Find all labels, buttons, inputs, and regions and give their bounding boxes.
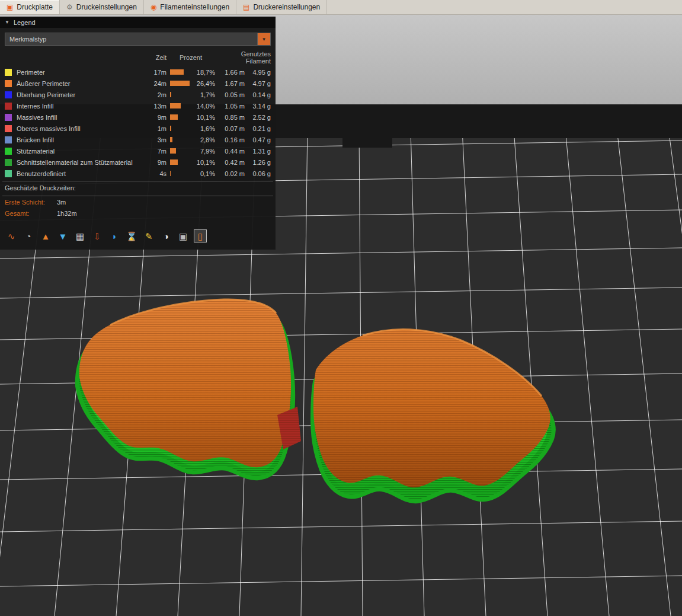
legend-header[interactable]: ▼ Legend	[0, 17, 276, 28]
feature-weight: 1.31 g	[245, 148, 271, 155]
shells-icon[interactable]: ▣	[177, 229, 190, 242]
feature-length: 1.67 m	[215, 80, 245, 87]
feature-type-dropdown[interactable]: Merkmalstyp ▼	[5, 33, 271, 46]
tool-changes-icon[interactable]: ⇩	[91, 229, 104, 242]
printer-settings-icon: ▤	[243, 4, 249, 11]
feature-percent: 10,1%	[191, 159, 215, 166]
feature-label: Perimeter	[17, 69, 149, 76]
feature-percent: 18,7%	[191, 69, 215, 76]
feature-color-swatch	[5, 159, 12, 166]
tab-filamenteinstellungen[interactable]: ◉ Filamenteinstellungen	[144, 0, 236, 14]
wipe-moves-icon[interactable]: ◔	[22, 229, 35, 242]
feature-label: Internes Infill	[17, 103, 149, 110]
feature-percent: 2,8%	[191, 136, 215, 143]
percent-bar	[170, 126, 191, 131]
feature-color-swatch	[5, 91, 12, 98]
feature-length: 0.02 m	[215, 170, 245, 177]
seams-icon[interactable]: ▦	[73, 229, 87, 242]
feature-length: 0.07 m	[215, 125, 245, 132]
color-changes-icon[interactable]: ◗	[108, 229, 121, 242]
legend-row: Stützmaterial7m7,9%0.44 m1.31 g	[0, 145, 276, 157]
legend-toggle-icon[interactable]: ▯	[194, 229, 207, 242]
feature-time: 2m	[149, 91, 167, 98]
feature-label: Überhang Perimeter	[17, 91, 149, 98]
percent-bar	[170, 171, 191, 176]
plater-icon: ▣	[7, 4, 13, 11]
percent-bar	[170, 137, 191, 142]
tab-druckeinstellungen[interactable]: ⚙ Druckeinstellungen	[60, 0, 144, 14]
feature-time: 13m	[149, 103, 167, 110]
feature-time: 4s	[149, 170, 167, 177]
percent-bar	[170, 81, 191, 86]
tab-label: Filamenteinstellungen	[160, 3, 229, 11]
feature-label: Äußerer Perimeter	[17, 80, 149, 87]
col-percent: Prozent	[167, 54, 215, 61]
legend-row: Überhang Perimeter2m1,7%0.05 m0.14 g	[0, 89, 276, 100]
feature-color-swatch	[5, 148, 12, 155]
feature-percent: 1,6%	[191, 125, 215, 132]
tab-label: Druckeinstellungen	[76, 3, 137, 11]
tab-bar: ▣ Druckplatte ⚙ Druckeinstellungen ◉ Fil…	[0, 0, 682, 15]
legend-row: Perimeter17m18,7%1.66 m4.95 g	[0, 66, 276, 78]
tab-druckereinstellungen[interactable]: ▤ Druckereinstellungen	[236, 0, 327, 14]
tab-label: Druckplatte	[17, 3, 53, 11]
tab-druckplatte[interactable]: ▣ Druckplatte	[0, 0, 60, 14]
feature-time: 9m	[149, 159, 167, 166]
percent-bar	[170, 159, 191, 165]
feature-time: 7m	[149, 148, 167, 155]
feature-length: 0.44 m	[215, 148, 245, 155]
legend-row: Internes Infill13m14,0%1.05 m3.14 g	[0, 100, 276, 111]
percent-bar	[170, 92, 191, 97]
col-filament: Genutztes Filament	[215, 50, 271, 65]
feature-label: Massives Infill	[17, 114, 149, 121]
feature-weight: 4.95 g	[245, 69, 271, 76]
first-layer-label: Erste Schicht:	[5, 199, 57, 206]
feature-time: 1m	[149, 125, 167, 132]
feature-label: Benutzerdefiniert	[17, 170, 149, 177]
bed-notch	[342, 138, 392, 148]
legend-title: Legend	[14, 19, 36, 26]
legend-row: Massives Infill9m10,1%0.85 m2.52 g	[0, 111, 276, 123]
feature-percent: 7,9%	[191, 148, 215, 155]
feature-weight: 0.47 g	[245, 136, 271, 143]
feature-percent: 26,4%	[191, 80, 215, 87]
custom-gcode-icon[interactable]: ✎	[142, 229, 155, 242]
print-settings-icon: ⚙	[66, 4, 73, 11]
legend-row: Oberes massives Infill1m1,6%0.07 m0.21 g	[0, 123, 276, 134]
legend-rows: Perimeter17m18,7%1.66 m4.95 gÄußerer Per…	[0, 66, 276, 179]
pause-prints-icon[interactable]: ⌛	[125, 229, 138, 242]
feature-percent: 10,1%	[191, 114, 215, 121]
feature-label: Oberes massives Infill	[17, 125, 149, 132]
percent-bar	[170, 114, 191, 120]
percent-bar	[170, 103, 191, 108]
feature-length: 0.16 m	[215, 136, 245, 143]
estimated-times-title: Geschätzte Druckzeiten:	[0, 181, 276, 194]
feature-color-swatch	[5, 114, 12, 121]
feature-length: 1.66 m	[215, 69, 245, 76]
dropdown-arrow-button[interactable]: ▼	[258, 33, 271, 46]
feature-length: 1.05 m	[215, 103, 245, 110]
percent-bar	[170, 69, 191, 75]
feature-weight: 3.14 g	[245, 103, 271, 110]
total-time-value: 1h32m	[57, 210, 77, 217]
retractions-icon[interactable]: ▲	[39, 229, 52, 242]
travel-moves-icon[interactable]: ∿	[5, 229, 18, 242]
legend-row: Schnittstellenmaterial zum Stützmaterial…	[0, 157, 276, 168]
percent-bar	[170, 148, 191, 154]
legend-row: Äußerer Perimeter24m26,4%1.67 m4.97 g	[0, 78, 276, 89]
feature-color-swatch	[5, 103, 12, 110]
feature-time: 24m	[149, 80, 167, 87]
legend-toolbar: ∿◔▲▼▦⇩◗⌛✎◑▣▯	[0, 219, 276, 245]
feature-color-swatch	[5, 69, 12, 76]
feature-label: Schnittstellenmaterial zum Stützmaterial	[17, 159, 149, 166]
feature-time: 3m	[149, 136, 167, 143]
feature-color-swatch	[5, 125, 12, 132]
feature-time: 17m	[149, 69, 167, 76]
dropdown-value[interactable]: Merkmalstyp	[5, 33, 258, 46]
feature-percent: 0,1%	[191, 170, 215, 177]
feature-weight: 0.14 g	[245, 91, 271, 98]
chevron-down-icon: ▼	[262, 37, 267, 42]
feature-length: 0.42 m	[215, 159, 245, 166]
center-of-mass-icon[interactable]: ◑	[159, 229, 172, 242]
deretractions-icon[interactable]: ▼	[56, 229, 69, 242]
